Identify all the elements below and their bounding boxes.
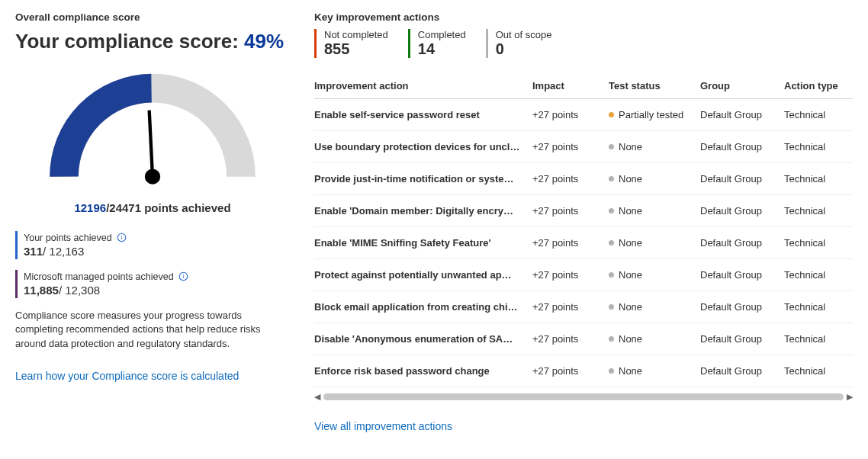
svg-text:i: i <box>182 273 184 280</box>
score-gauge <box>42 65 263 197</box>
points-achieved-value: 12196 <box>74 201 106 214</box>
col-action[interactable]: Improvement action <box>314 80 532 91</box>
cell-group: Default Group <box>700 365 784 377</box>
cell-action: Protect against potentially unwanted ap… <box>314 269 532 281</box>
score-panel: Overall compliance score Your compliance… <box>15 11 290 432</box>
cell-group: Default Group <box>700 141 784 152</box>
status-dot-icon <box>609 304 614 310</box>
status-dot-icon <box>609 368 614 374</box>
microsoft-points-block: Microsoft managed points achieved i 11,8… <box>15 270 290 298</box>
scroll-right-icon[interactable]: ▶ <box>847 392 853 402</box>
improvement-panel: Key improvement actions Not completed 85… <box>314 11 853 432</box>
score-percent: 49% <box>244 30 284 53</box>
cell-status: None <box>609 141 700 152</box>
scroll-left-icon[interactable]: ◀ <box>314 392 320 402</box>
cell-type: Technical <box>784 173 853 185</box>
cell-type: Technical <box>784 205 853 217</box>
view-all-link[interactable]: View all improvement actions <box>314 420 452 432</box>
cell-status: None <box>609 301 700 313</box>
status-dot-icon <box>609 336 614 342</box>
status-dot-icon <box>609 208 614 213</box>
score-title: Your compliance score: 49% <box>15 29 290 54</box>
col-type[interactable]: Action type <box>784 80 853 91</box>
cell-group: Default Group <box>700 269 784 281</box>
cell-status: None <box>609 269 700 281</box>
cell-impact: +27 points <box>532 141 609 152</box>
your-points-label: Your points achieved <box>24 233 112 243</box>
col-impact[interactable]: Impact <box>532 80 609 91</box>
cell-status: None <box>609 365 700 377</box>
cell-action: Enable 'MIME Sniffing Safety Feature' <box>314 237 532 249</box>
cell-group: Default Group <box>700 301 784 313</box>
score-title-text: Your compliance score: <box>15 30 244 53</box>
cell-status: None <box>609 205 700 217</box>
actions-table: Improvement action Impact Test status Gr… <box>314 73 853 387</box>
your-points-block: Your points achieved i 311/ 12,163 <box>15 231 290 259</box>
cell-action: Enable self-service password reset <box>314 109 532 120</box>
cell-type: Technical <box>784 333 853 345</box>
cell-impact: +27 points <box>532 365 609 377</box>
cell-action: Enforce risk based password change <box>314 365 532 377</box>
cell-impact: +27 points <box>532 333 609 345</box>
table-row[interactable]: Enable self-service password reset+27 po… <box>314 99 853 131</box>
counter-completed: Completed 14 <box>408 29 486 58</box>
microsoft-points-value: 11,885 <box>24 284 59 297</box>
table-row[interactable]: Protect against potentially unwanted ap…… <box>314 259 853 291</box>
key-actions-heading: Key improvement actions <box>314 11 853 23</box>
table-row[interactable]: Block email application from creating ch… <box>314 291 853 323</box>
cell-group: Default Group <box>700 237 784 249</box>
info-icon[interactable]: i <box>117 233 127 242</box>
cell-group: Default Group <box>700 109 784 120</box>
cell-impact: +27 points <box>532 237 609 249</box>
table-row[interactable]: Provide just-in-time notification or sys… <box>314 163 853 195</box>
status-dot-icon <box>609 240 614 246</box>
cell-impact: +27 points <box>532 173 609 185</box>
horizontal-scrollbar[interactable]: ◀ ▶ <box>314 392 853 402</box>
col-group[interactable]: Group <box>700 80 784 91</box>
counter-out-of-scope: Out of scope 0 <box>486 29 572 58</box>
cell-type: Technical <box>784 301 853 313</box>
table-row[interactable]: Use boundary protection devices for uncl… <box>314 131 853 163</box>
status-dot-icon <box>609 176 614 181</box>
scroll-track[interactable] <box>323 393 844 400</box>
table-row[interactable]: Enable 'MIME Sniffing Safety Feature'+27… <box>314 227 853 259</box>
key-actions-counters: Not completed 855 Completed 14 Out of sc… <box>314 29 853 58</box>
table-row[interactable]: Disable 'Anonymous enumeration of SA…+27… <box>314 323 853 355</box>
cell-type: Technical <box>784 109 853 120</box>
status-dot-icon <box>609 112 614 117</box>
microsoft-points-label: Microsoft managed points achieved <box>24 271 174 282</box>
cell-impact: +27 points <box>532 109 609 120</box>
cell-type: Technical <box>784 141 853 152</box>
cell-group: Default Group <box>700 205 784 217</box>
score-description: Compliance score measures your progress … <box>15 309 290 352</box>
cell-group: Default Group <box>700 333 784 345</box>
col-status[interactable]: Test status <box>609 80 700 91</box>
table-row[interactable]: Enforce risk based password change+27 po… <box>314 355 853 387</box>
svg-line-0 <box>149 110 153 176</box>
points-achieved: 12196/24471 points achieved <box>15 201 290 214</box>
cell-status: Partially tested <box>609 109 700 120</box>
cell-status: None <box>609 173 700 185</box>
status-dot-icon <box>609 272 614 278</box>
overall-score-heading: Overall compliance score <box>15 11 290 23</box>
cell-impact: +27 points <box>532 269 609 281</box>
counter-not-completed: Not completed 855 <box>314 29 408 58</box>
cell-action: Use boundary protection devices for uncl… <box>314 141 532 152</box>
cell-type: Technical <box>784 237 853 249</box>
svg-point-1 <box>145 169 160 184</box>
cell-group: Default Group <box>700 173 784 185</box>
cell-action: Enable 'Domain member: Digitally encry… <box>314 205 532 217</box>
your-points-value: 311 <box>24 245 43 258</box>
cell-action: Disable 'Anonymous enumeration of SA… <box>314 333 532 345</box>
cell-type: Technical <box>784 365 853 377</box>
cell-action: Block email application from creating ch… <box>314 301 532 313</box>
table-row[interactable]: Enable 'Domain member: Digitally encry…+… <box>314 195 853 227</box>
info-icon[interactable]: i <box>178 271 188 281</box>
cell-status: None <box>609 237 700 249</box>
cell-action: Provide just-in-time notification or sys… <box>314 173 532 185</box>
cell-type: Technical <box>784 269 853 281</box>
learn-link[interactable]: Learn how your Compliance score is calcu… <box>15 370 239 382</box>
cell-status: None <box>609 333 700 345</box>
cell-impact: +27 points <box>532 301 609 313</box>
cell-impact: +27 points <box>532 205 609 217</box>
